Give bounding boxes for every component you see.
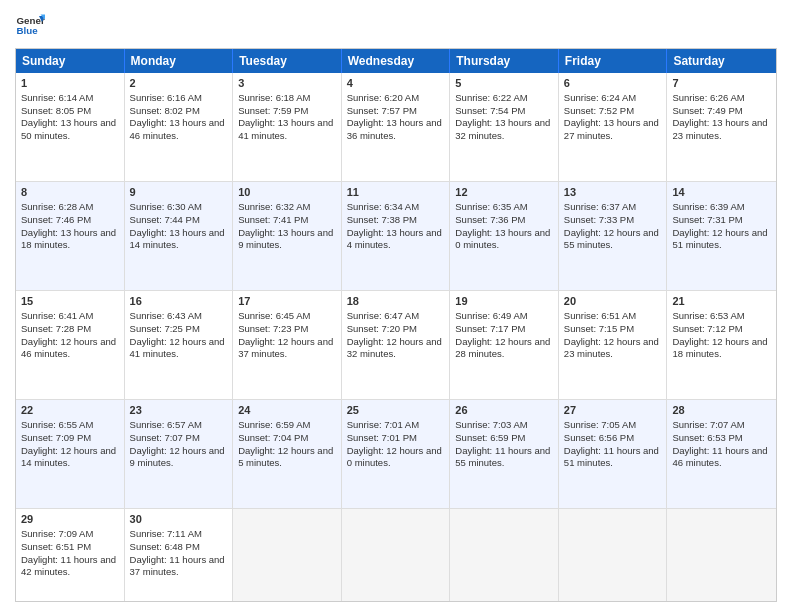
sunset: Sunset: 7:23 PM: [238, 323, 336, 336]
day-cell-8: 8Sunrise: 6:28 AMSunset: 7:46 PMDaylight…: [16, 182, 125, 290]
day-cell-16: 16Sunrise: 6:43 AMSunset: 7:25 PMDayligh…: [125, 291, 234, 399]
day-cell-4: 4Sunrise: 6:20 AMSunset: 7:57 PMDaylight…: [342, 73, 451, 181]
daylight: Daylight: 12 hours and 32 minutes.: [347, 336, 445, 362]
day-cell-14: 14Sunrise: 6:39 AMSunset: 7:31 PMDayligh…: [667, 182, 776, 290]
header-day-monday: Monday: [125, 49, 234, 73]
day-number: 1: [21, 76, 119, 91]
sunset: Sunset: 8:02 PM: [130, 105, 228, 118]
day-cell-17: 17Sunrise: 6:45 AMSunset: 7:23 PMDayligh…: [233, 291, 342, 399]
daylight: Daylight: 12 hours and 55 minutes.: [564, 227, 662, 253]
day-number: 23: [130, 403, 228, 418]
daylight: Daylight: 11 hours and 42 minutes.: [21, 554, 119, 580]
sunset: Sunset: 7:07 PM: [130, 432, 228, 445]
sunrise: Sunrise: 6:34 AM: [347, 201, 445, 214]
sunset: Sunset: 7:25 PM: [130, 323, 228, 336]
day-number: 2: [130, 76, 228, 91]
day-cell-5: 5Sunrise: 6:22 AMSunset: 7:54 PMDaylight…: [450, 73, 559, 181]
sunrise: Sunrise: 6:35 AM: [455, 201, 553, 214]
daylight: Daylight: 11 hours and 55 minutes.: [455, 445, 553, 471]
sunrise: Sunrise: 6:26 AM: [672, 92, 771, 105]
daylight: Daylight: 13 hours and 0 minutes.: [455, 227, 553, 253]
daylight: Daylight: 12 hours and 18 minutes.: [672, 336, 771, 362]
day-cell-12: 12Sunrise: 6:35 AMSunset: 7:36 PMDayligh…: [450, 182, 559, 290]
day-number: 18: [347, 294, 445, 309]
calendar-body: 1Sunrise: 6:14 AMSunset: 8:05 PMDaylight…: [16, 73, 776, 601]
sunset: Sunset: 7:01 PM: [347, 432, 445, 445]
sunset: Sunset: 7:41 PM: [238, 214, 336, 227]
sunrise: Sunrise: 6:30 AM: [130, 201, 228, 214]
day-number: 10: [238, 185, 336, 200]
day-cell-2: 2Sunrise: 6:16 AMSunset: 8:02 PMDaylight…: [125, 73, 234, 181]
empty-cell: [342, 509, 451, 601]
sunrise: Sunrise: 7:03 AM: [455, 419, 553, 432]
sunrise: Sunrise: 7:01 AM: [347, 419, 445, 432]
sunset: Sunset: 6:48 PM: [130, 541, 228, 554]
day-number: 19: [455, 294, 553, 309]
daylight: Daylight: 13 hours and 9 minutes.: [238, 227, 336, 253]
sunrise: Sunrise: 6:14 AM: [21, 92, 119, 105]
sunset: Sunset: 7:12 PM: [672, 323, 771, 336]
day-cell-19: 19Sunrise: 6:49 AMSunset: 7:17 PMDayligh…: [450, 291, 559, 399]
daylight: Daylight: 13 hours and 23 minutes.: [672, 117, 771, 143]
day-number: 8: [21, 185, 119, 200]
sunset: Sunset: 6:51 PM: [21, 541, 119, 554]
day-number: 5: [455, 76, 553, 91]
day-cell-24: 24Sunrise: 6:59 AMSunset: 7:04 PMDayligh…: [233, 400, 342, 508]
header-day-friday: Friday: [559, 49, 668, 73]
day-number: 28: [672, 403, 771, 418]
daylight: Daylight: 13 hours and 32 minutes.: [455, 117, 553, 143]
day-number: 26: [455, 403, 553, 418]
day-number: 24: [238, 403, 336, 418]
sunset: Sunset: 7:31 PM: [672, 214, 771, 227]
sunrise: Sunrise: 6:49 AM: [455, 310, 553, 323]
header-day-thursday: Thursday: [450, 49, 559, 73]
calendar-row-0: 1Sunrise: 6:14 AMSunset: 8:05 PMDaylight…: [16, 73, 776, 182]
calendar-header: SundayMondayTuesdayWednesdayThursdayFrid…: [16, 49, 776, 73]
sunset: Sunset: 7:57 PM: [347, 105, 445, 118]
day-cell-29: 29Sunrise: 7:09 AMSunset: 6:51 PMDayligh…: [16, 509, 125, 601]
calendar: SundayMondayTuesdayWednesdayThursdayFrid…: [15, 48, 777, 602]
sunrise: Sunrise: 6:24 AM: [564, 92, 662, 105]
day-number: 16: [130, 294, 228, 309]
daylight: Daylight: 13 hours and 46 minutes.: [130, 117, 228, 143]
sunset: Sunset: 7:15 PM: [564, 323, 662, 336]
day-number: 13: [564, 185, 662, 200]
sunrise: Sunrise: 7:05 AM: [564, 419, 662, 432]
day-number: 15: [21, 294, 119, 309]
daylight: Daylight: 11 hours and 37 minutes.: [130, 554, 228, 580]
daylight: Daylight: 13 hours and 41 minutes.: [238, 117, 336, 143]
sunrise: Sunrise: 6:57 AM: [130, 419, 228, 432]
sunrise: Sunrise: 6:41 AM: [21, 310, 119, 323]
daylight: Daylight: 13 hours and 36 minutes.: [347, 117, 445, 143]
sunset: Sunset: 7:09 PM: [21, 432, 119, 445]
sunset: Sunset: 7:44 PM: [130, 214, 228, 227]
daylight: Daylight: 12 hours and 23 minutes.: [564, 336, 662, 362]
daylight: Daylight: 11 hours and 51 minutes.: [564, 445, 662, 471]
day-cell-25: 25Sunrise: 7:01 AMSunset: 7:01 PMDayligh…: [342, 400, 451, 508]
daylight: Daylight: 12 hours and 5 minutes.: [238, 445, 336, 471]
day-cell-10: 10Sunrise: 6:32 AMSunset: 7:41 PMDayligh…: [233, 182, 342, 290]
sunrise: Sunrise: 6:55 AM: [21, 419, 119, 432]
sunset: Sunset: 6:59 PM: [455, 432, 553, 445]
sunset: Sunset: 7:46 PM: [21, 214, 119, 227]
sunset: Sunset: 8:05 PM: [21, 105, 119, 118]
daylight: Daylight: 11 hours and 46 minutes.: [672, 445, 771, 471]
day-cell-13: 13Sunrise: 6:37 AMSunset: 7:33 PMDayligh…: [559, 182, 668, 290]
day-cell-22: 22Sunrise: 6:55 AMSunset: 7:09 PMDayligh…: [16, 400, 125, 508]
empty-cell: [450, 509, 559, 601]
day-cell-11: 11Sunrise: 6:34 AMSunset: 7:38 PMDayligh…: [342, 182, 451, 290]
daylight: Daylight: 12 hours and 37 minutes.: [238, 336, 336, 362]
sunrise: Sunrise: 7:11 AM: [130, 528, 228, 541]
sunrise: Sunrise: 6:20 AM: [347, 92, 445, 105]
day-cell-28: 28Sunrise: 7:07 AMSunset: 6:53 PMDayligh…: [667, 400, 776, 508]
sunrise: Sunrise: 6:53 AM: [672, 310, 771, 323]
calendar-row-3: 22Sunrise: 6:55 AMSunset: 7:09 PMDayligh…: [16, 400, 776, 509]
daylight: Daylight: 12 hours and 0 minutes.: [347, 445, 445, 471]
sunrise: Sunrise: 6:28 AM: [21, 201, 119, 214]
page: General Blue SundayMondayTuesdayWednesda…: [0, 0, 792, 612]
sunrise: Sunrise: 6:51 AM: [564, 310, 662, 323]
day-cell-21: 21Sunrise: 6:53 AMSunset: 7:12 PMDayligh…: [667, 291, 776, 399]
day-cell-6: 6Sunrise: 6:24 AMSunset: 7:52 PMDaylight…: [559, 73, 668, 181]
daylight: Daylight: 13 hours and 50 minutes.: [21, 117, 119, 143]
sunset: Sunset: 7:52 PM: [564, 105, 662, 118]
